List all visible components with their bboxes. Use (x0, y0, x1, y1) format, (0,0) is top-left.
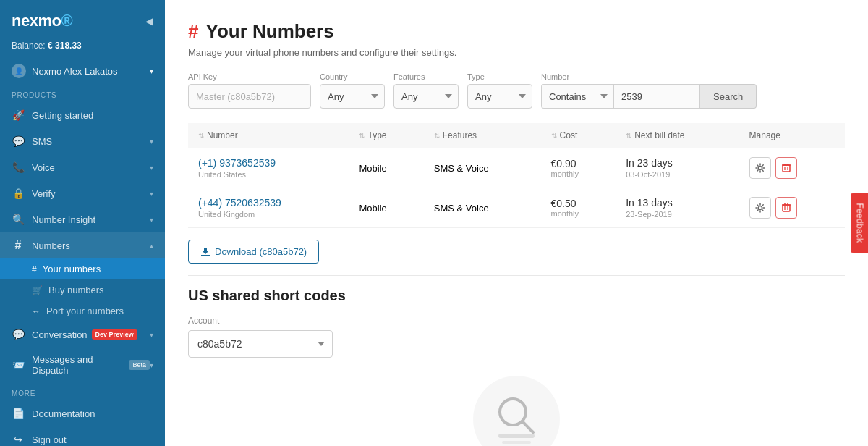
features-filter: Features Any (393, 72, 459, 109)
more-label: MORE (0, 382, 165, 400)
cell-features: SMS & Voice (424, 188, 541, 228)
sidebar-item-sms[interactable]: 💬 SMS ▾ (0, 128, 165, 154)
cell-next-bill: In 23 days 03-Oct-2019 (616, 148, 739, 188)
filter-row: API Key Country Any Features Any Type An… (188, 72, 845, 109)
table-row: (+1) 9373652539 United States Mobile SMS… (188, 148, 845, 188)
sidebar-collapse-button[interactable]: ◀ (145, 15, 153, 27)
empty-state-svg (469, 372, 563, 446)
col-number[interactable]: ⇅Number (188, 123, 349, 148)
messages-icon: 📨 (12, 358, 25, 371)
table-header: ⇅Number ⇅Type ⇅Features ⇅Cost ⇅Next bill… (188, 123, 845, 148)
api-key-label: API Key (188, 72, 311, 81)
chevron-down-icon: ▾ (150, 361, 153, 369)
cell-number: (+1) 9373652539 United States (188, 148, 349, 188)
manage-delete-button[interactable] (775, 197, 797, 219)
sidebar-item-label: SMS (32, 136, 52, 147)
dev-preview-badge: Dev Preview (92, 329, 137, 340)
cost-value: €0.50 (551, 198, 606, 209)
number-value: (+1) 9373652539 (198, 157, 339, 169)
number-country: United Kingdom (198, 210, 339, 219)
number-filter-row: Contains Search (541, 84, 757, 109)
col-type[interactable]: ⇅Type (349, 123, 423, 148)
logo: nexmo® (12, 12, 72, 30)
svg-rect-18 (498, 434, 535, 438)
sidebar-item-label: Numbers (32, 240, 70, 251)
cell-number: (+44) 7520632539 United Kingdom (188, 188, 349, 228)
sidebar-item-conversation[interactable]: 💬 Conversation Dev Preview ▾ (0, 321, 165, 348)
sidebar-item-number-insight[interactable]: 🔍 API Key Number Insight ▾ (0, 206, 165, 232)
next-bill-date: 23-Sep-2019 (626, 210, 728, 219)
signout-icon: ↪ (12, 433, 25, 446)
sidebar-item-numbers[interactable]: # Numbers ▴ (0, 232, 165, 258)
manage-delete-button[interactable] (775, 157, 797, 179)
sidebar-item-documentation[interactable]: 📄 Documentation (0, 400, 165, 426)
country-select[interactable]: Any (320, 84, 385, 109)
account-group: Account c80a5b72 (188, 316, 845, 358)
docs-icon: 📄 (12, 407, 25, 420)
sidebar-item-verify[interactable]: 🔒 Verify ▾ (0, 180, 165, 206)
rocket-icon: 🚀 (12, 109, 25, 122)
sidebar-item-getting-started[interactable]: 🚀 Getting started (0, 102, 165, 128)
manage-buttons (749, 157, 835, 179)
manage-settings-button[interactable] (749, 157, 771, 179)
type-label: Type (467, 72, 532, 81)
chevron-down-icon: ▾ (150, 216, 153, 224)
feedback-tab[interactable]: Feedback (850, 193, 868, 253)
col-cost[interactable]: ⇅Cost (541, 123, 616, 148)
gear-icon (755, 203, 765, 213)
user-menu[interactable]: 👤 Nexmo Alex Lakatos ▾ (0, 58, 165, 84)
col-features[interactable]: ⇅Features (424, 123, 541, 148)
type-select[interactable]: Any (467, 84, 532, 109)
sidebar-subitem-port-numbers[interactable]: ↔ Port your numbers (0, 300, 165, 321)
section-divider (188, 275, 845, 276)
next-bill-days: In 23 days (626, 157, 728, 169)
sidebar-subitem-label: Your numbers (43, 264, 101, 274)
cell-cost: €0.50 monthly (541, 188, 616, 228)
cell-features: SMS & Voice (424, 148, 541, 188)
chevron-down-icon: ▾ (150, 331, 153, 339)
search-icon: 🔍 (12, 213, 25, 226)
chevron-down-icon: ▾ (150, 138, 153, 146)
page-title: Your Numbers (205, 20, 333, 43)
phone-icon: 📞 (12, 161, 25, 174)
cell-next-bill: In 13 days 23-Sep-2019 (616, 188, 739, 228)
sidebar-item-voice[interactable]: 📞 Voice ▾ (0, 154, 165, 180)
sidebar-subitem-your-numbers[interactable]: # Your numbers (0, 258, 165, 279)
sidebar-item-label: Number Insight (32, 214, 95, 225)
sidebar-subitem-buy-numbers[interactable]: 🛒 Buy numbers (0, 279, 165, 300)
next-bill-date: 03-Oct-2019 (626, 170, 728, 179)
cell-cost: €0.90 monthly (541, 148, 616, 188)
download-button[interactable]: Download (c80a5b72) (188, 240, 319, 264)
page-subtitle: Manage your virtual phone numbers and co… (188, 47, 845, 58)
sidebar-header: nexmo® ◀ (0, 0, 165, 38)
col-next-bill[interactable]: ⇅Next bill date (616, 123, 739, 148)
features-select[interactable]: Any (393, 84, 459, 109)
sidebar-item-label: Messages and Dispatch (32, 354, 124, 376)
contains-select[interactable]: Contains (541, 84, 613, 109)
page-hash-icon: # (188, 20, 198, 43)
number-label: Number (541, 72, 757, 81)
sidebar-item-sign-out[interactable]: ↪ Sign out (0, 426, 165, 446)
cost-period: monthly (551, 209, 606, 218)
number-country: United States (198, 170, 339, 179)
trash-icon (782, 203, 791, 213)
cell-manage (739, 188, 845, 228)
lock-icon: 🔒 (12, 187, 25, 200)
next-bill-days: In 13 days (626, 197, 728, 209)
api-key-input[interactable] (188, 84, 311, 109)
sidebar-item-label: Voice (32, 162, 55, 173)
sms-icon: 💬 (12, 135, 25, 148)
svg-rect-8 (783, 205, 790, 211)
user-menu-chevron: ▾ (150, 67, 153, 75)
number-value-input[interactable] (613, 84, 700, 109)
user-avatar: 👤 (12, 64, 26, 78)
svg-rect-14 (201, 255, 210, 256)
svg-rect-19 (502, 441, 531, 444)
account-select[interactable]: c80a5b72 (188, 330, 333, 358)
search-button[interactable]: Search (700, 84, 757, 109)
products-label: PRODUCTS (0, 84, 165, 102)
sidebar-item-label: Sign out (32, 434, 67, 445)
sidebar-item-messages-dispatch[interactable]: 📨 Messages and Dispatch Beta ▾ (0, 348, 165, 382)
manage-settings-button[interactable] (749, 197, 771, 219)
chevron-up-icon: ▴ (150, 242, 153, 250)
